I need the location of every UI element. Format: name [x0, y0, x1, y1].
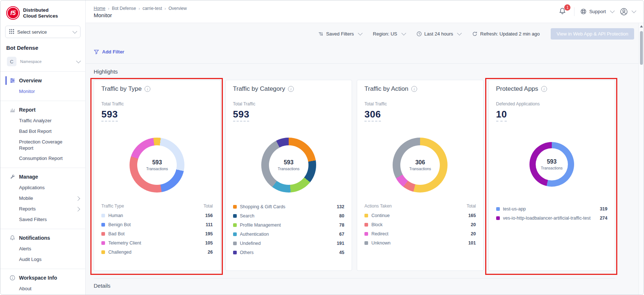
card-title: Traffic by Action	[364, 85, 408, 93]
sidebar-item-label: Mobile	[19, 195, 74, 202]
legend-row-search: Search80	[233, 211, 345, 220]
funnel-icon	[94, 49, 99, 55]
legend-label: Telemetry Client	[108, 240, 202, 246]
sidebar-section-header-report[interactable]: Report	[0, 104, 85, 116]
legend-swatch	[364, 214, 368, 217]
namespace-avatar: C	[7, 57, 16, 66]
sidebar-item-consumption-report[interactable]: Consumption Report	[0, 153, 85, 164]
donut-chart[interactable]: 306Transactions	[393, 138, 448, 193]
refresh-button[interactable]: Refresh: Updated 2 min ago	[472, 31, 540, 37]
scroll-up-arrow[interactable]	[639, 23, 644, 30]
sidebar-section-workspace-info: Workspace InfoAbout	[0, 269, 85, 295]
legend-row-unknown: Unknown101	[364, 238, 476, 247]
card-traffic-by-category: Traffic by CategoryiTotal Traffic593593T…	[225, 80, 352, 271]
sidebar-item-label: Monitor	[19, 89, 74, 95]
select-service-dropdown[interactable]: Select service	[5, 26, 80, 38]
metric-label: Defended Applications	[496, 101, 608, 107]
legend-label: Authentication	[240, 232, 336, 237]
legend-label: Unknown	[371, 240, 465, 246]
account-menu[interactable]	[620, 8, 636, 16]
chevron-right-icon	[75, 207, 80, 212]
support-menu[interactable]: Support	[580, 8, 614, 15]
sidebar-section-label: Report	[19, 107, 35, 113]
breadcrumb: Home › Bot Defense › carrie-test › Overv…	[94, 5, 557, 18]
legend-label: Human	[108, 213, 202, 218]
time-range-label: Last 24 hours	[424, 31, 453, 37]
sidebar-section-header-notifications[interactable]: Notifications	[0, 232, 85, 244]
donut-chart[interactable]: 593Transactions	[261, 138, 316, 193]
sidebar-item-label: Audit Logs	[19, 257, 74, 263]
legend-value: 156	[205, 213, 213, 218]
legend-label: Continue	[371, 213, 465, 218]
legend-swatch	[496, 207, 500, 211]
breadcrumb-separator: ›	[108, 6, 109, 11]
sidebar-item-bad-bot-report[interactable]: Bad Bot Report	[0, 126, 85, 137]
scrollbar-thumb[interactable]	[640, 31, 643, 65]
legend-label: Shopping & Gift Cards	[240, 204, 334, 209]
sidebar-item-reports[interactable]: Reports	[0, 204, 85, 214]
legend-row-bad-bot: Bad Bot195	[101, 229, 213, 238]
legend-row-redirect: Redirect20	[364, 229, 476, 238]
grid-icon	[9, 29, 14, 35]
legend-value: 191	[337, 241, 344, 246]
sidebar-section-label: Workspace Info	[19, 275, 57, 281]
legend-value: 67	[339, 232, 344, 237]
legend-label: Others	[240, 250, 336, 255]
sidebar-item-traffic-analyzer[interactable]: Traffic Analyzer	[0, 116, 85, 126]
vertical-scrollbar[interactable]	[639, 23, 644, 295]
info-icon[interactable]: i	[288, 86, 294, 92]
content-area: Saved Filters Region: US Last 24 hours	[86, 23, 644, 295]
info-icon[interactable]: i	[541, 86, 547, 92]
card-traffic-by-action: Traffic by ActioniTotal Traffic306306Tra…	[357, 80, 484, 271]
sidebar-section-header-workspace-info[interactable]: Workspace Info	[0, 272, 85, 284]
legend: Actions TakenTotalContinue165Block20Redi…	[364, 202, 476, 247]
legend-label: Search	[240, 213, 336, 219]
sidebar-item-saved-filters[interactable]: Saved Filters	[0, 214, 85, 225]
donut-center: 306Transactions	[400, 145, 440, 185]
saved-filters-dropdown[interactable]: Saved Filters	[318, 31, 362, 37]
breadcrumb-home[interactable]: Home	[94, 6, 105, 11]
refresh-icon	[472, 31, 478, 37]
support-label: Support	[589, 9, 606, 14]
sidebar-item-label: Consumption Report	[19, 156, 74, 162]
breadcrumb-overview[interactable]: Overview	[168, 6, 187, 11]
breadcrumb-bot-defense[interactable]: Bot Defense	[112, 6, 136, 11]
sidebar-item-protection-coverage-report[interactable]: Protection Coverage Report	[0, 137, 85, 154]
f5-logo-icon: f5	[6, 6, 20, 20]
chevron-right-icon	[75, 196, 80, 201]
sidebar-item-applications[interactable]: Applications	[0, 183, 85, 193]
donut-center: 593Transactions	[269, 145, 308, 185]
add-filter-button[interactable]: Add Filter	[94, 49, 124, 55]
sidebar-section-header-overview[interactable]: Overview	[0, 75, 85, 86]
info-icon[interactable]: i	[145, 86, 150, 92]
region-dropdown[interactable]: Region: US	[373, 31, 405, 37]
report-icon	[10, 107, 16, 113]
sidebar-section-header-manage[interactable]: Manage	[0, 171, 85, 183]
legend-label: Redirect	[371, 231, 468, 236]
metric-label: Total Traffic	[101, 101, 213, 107]
manage-icon	[10, 174, 16, 180]
sidebar-section-overview: OverviewMonitor	[0, 72, 85, 101]
brand-name: Distributed Cloud Services	[23, 7, 58, 19]
time-range-dropdown[interactable]: Last 24 hours	[416, 31, 461, 37]
notifications-bell-button[interactable]: 1	[557, 6, 568, 18]
info-icon[interactable]: i	[411, 86, 417, 92]
sidebar-item-audit-logs[interactable]: Audit Logs	[0, 254, 85, 265]
sidebar-item-monitor[interactable]: Monitor	[0, 86, 85, 97]
donut-chart[interactable]: 593Transactions	[130, 138, 184, 193]
legend-value: 45	[339, 250, 344, 255]
legend-row-profile-management: Profile Management78	[233, 220, 345, 229]
sidebar-item-about[interactable]: About	[0, 284, 85, 294]
sidebar-item-alerts[interactable]: Alerts	[0, 244, 85, 254]
add-filter-label: Add Filter	[102, 49, 124, 55]
legend-row-ves-io-http-loadbalancer-artificial-traffic-test: ves-io-http-loadbalancer-artificial-traf…	[496, 213, 608, 223]
sidebar-item-label: Bad Bot Report	[19, 128, 74, 135]
donut-chart[interactable]: 593Transactions	[529, 142, 574, 187]
donut-center-label: Transactions	[409, 167, 431, 171]
view-in-waap-button[interactable]: View in Web App & API Protection	[551, 28, 634, 40]
breadcrumb-namespace[interactable]: carrie-test	[142, 6, 162, 11]
sidebar-item-mobile[interactable]: Mobile	[0, 193, 85, 204]
namespace-selector[interactable]: C Namespace	[0, 53, 85, 71]
info-icon	[10, 275, 16, 281]
chevron-down-icon	[632, 8, 636, 13]
